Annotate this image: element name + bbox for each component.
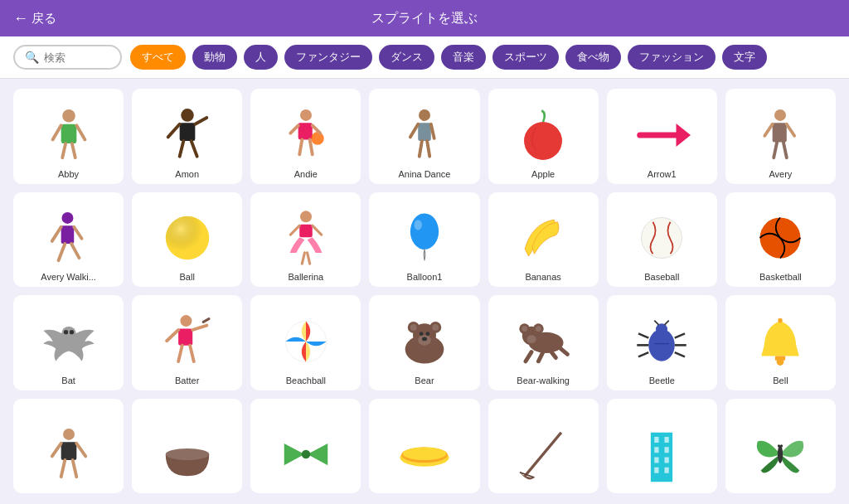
svg-point-124 <box>780 444 783 447</box>
sprite-card-amon[interactable]: Amon <box>132 89 242 184</box>
svg-rect-13 <box>298 123 313 139</box>
sprite-card-ball[interactable]: Ball <box>132 192 242 288</box>
svg-rect-60 <box>201 317 211 323</box>
sprite-label-bat: Bat <box>61 376 75 385</box>
svg-point-68 <box>410 324 417 331</box>
sprite-image-abby <box>40 106 98 164</box>
sprite-label-avery: Avery <box>769 169 792 179</box>
svg-point-80 <box>527 335 536 343</box>
search-box[interactable]: 🔍 <box>13 45 122 70</box>
svg-rect-121 <box>665 468 669 473</box>
svg-rect-117 <box>665 447 669 453</box>
sprite-card-apple[interactable]: Apple <box>488 89 599 184</box>
filter-btn-music[interactable]: 音楽 <box>441 45 486 70</box>
svg-line-47 <box>302 253 304 264</box>
back-button[interactable]: ← 戻る <box>13 10 56 27</box>
sprite-label-ball: Ball <box>180 272 195 282</box>
svg-line-104 <box>72 460 76 477</box>
sprite-card-avery-walking[interactable]: Avery Walki... <box>13 192 124 288</box>
sprite-label-bear: Bear <box>415 376 434 385</box>
svg-point-73 <box>422 337 427 341</box>
svg-line-5 <box>71 143 75 158</box>
filter-btn-all[interactable]: すべて <box>130 45 186 70</box>
sprite-card-bowl[interactable] <box>132 399 242 494</box>
filter-btn-food[interactable]: 食べ物 <box>565 45 621 70</box>
svg-line-37 <box>51 227 61 241</box>
sprite-card-andie[interactable]: Andie <box>250 89 361 184</box>
sprite-card-bowtie[interactable] <box>250 399 361 494</box>
svg-point-14 <box>311 132 324 145</box>
sprite-image-bear <box>395 313 454 371</box>
svg-line-34 <box>784 142 787 158</box>
sprite-image-arrow1 <box>633 106 691 164</box>
svg-line-10 <box>179 141 183 157</box>
sprite-card-bell[interactable]: Bell <box>725 295 836 390</box>
sprite-image-batter <box>158 313 216 371</box>
sprite-card-building[interactable] <box>607 399 717 494</box>
sprite-image-andie <box>277 106 335 164</box>
sprite-image-amon <box>158 106 216 164</box>
svg-line-58 <box>167 330 178 341</box>
svg-point-35 <box>61 212 73 224</box>
svg-line-8 <box>167 124 179 137</box>
filter-btn-dance[interactable]: ダンス <box>379 45 434 70</box>
sprite-card-baseball[interactable]: Baseball <box>607 192 717 288</box>
sprite-card-anina-dance[interactable]: Anina Dance <box>369 89 479 184</box>
svg-rect-115 <box>665 437 669 443</box>
sprite-card-basketball[interactable]: Basketball <box>725 192 836 288</box>
sprite-image-bread <box>395 425 454 483</box>
filter-btn-fashion[interactable]: ファッション <box>628 45 716 70</box>
sprite-image-balloon1 <box>395 209 454 267</box>
sprite-card-bear[interactable]: Bear <box>369 295 479 390</box>
sprite-image-bat <box>40 313 98 371</box>
sprite-card-beachball[interactable]: Beachball <box>250 295 361 390</box>
filter-btn-letters[interactable]: 文字 <box>722 45 767 70</box>
sprite-card-batter[interactable]: Batter <box>132 295 242 390</box>
svg-point-108 <box>302 450 311 459</box>
filter-btn-people[interactable]: 人 <box>244 45 278 70</box>
svg-point-43 <box>300 211 312 222</box>
sprite-image-beachball <box>277 313 335 371</box>
sprite-card-bat[interactable]: Bat <box>13 295 124 390</box>
sprite-card-bananas[interactable]: Bananas <box>488 192 599 288</box>
sprite-card-avery[interactable]: Avery <box>725 89 836 184</box>
sprite-label-baseball: Baseball <box>644 272 679 282</box>
svg-point-79 <box>536 326 541 332</box>
sprite-card-bread[interactable] <box>369 399 479 494</box>
sprite-label-beachball: Beachball <box>286 376 326 385</box>
sprite-label-balloon1: Balloon1 <box>407 272 443 282</box>
sprite-card-beetle[interactable]: Beetle <box>607 295 717 390</box>
sprite-label-andie: Andie <box>294 169 318 179</box>
filter-btn-sports[interactable]: スポーツ <box>492 45 559 70</box>
sprite-card-abby[interactable]: Abby <box>13 89 124 184</box>
sprite-card-butterfly[interactable] <box>725 399 836 494</box>
sprite-card-ballerina[interactable]: Ballerina <box>250 192 361 288</box>
svg-rect-36 <box>61 225 74 244</box>
sprite-image-bell <box>751 313 809 371</box>
sprite-image-ballerina <box>277 209 335 267</box>
svg-point-69 <box>432 324 439 331</box>
filter-bar: 🔍 すべて動物人ファンタジーダンス音楽スポーツ食べ物ファッション文字 <box>0 36 849 79</box>
sprite-label-abby: Abby <box>58 169 79 179</box>
filter-btn-animals[interactable]: 動物 <box>192 45 237 70</box>
sprite-card-broom[interactable] <box>488 399 599 494</box>
svg-line-24 <box>427 141 429 157</box>
sprite-image-ball <box>158 209 216 267</box>
svg-rect-116 <box>655 447 659 453</box>
svg-line-86 <box>638 333 648 337</box>
sprite-card-person1[interactable] <box>13 399 124 494</box>
filter-btn-fantasy[interactable]: ファンタジー <box>284 45 372 70</box>
svg-point-92 <box>656 323 667 335</box>
svg-line-112 <box>525 433 561 477</box>
sprite-image-anina-dance <box>395 106 454 164</box>
sprite-card-arrow1[interactable]: Arrow1 <box>607 89 717 184</box>
svg-rect-118 <box>655 458 659 463</box>
sprite-label-arrow1: Arrow1 <box>648 169 677 179</box>
search-input[interactable] <box>44 51 110 64</box>
svg-rect-57 <box>178 328 192 345</box>
svg-line-84 <box>560 348 567 354</box>
svg-line-9 <box>195 118 206 124</box>
sprite-card-bear-walking[interactable]: Bear-walking <box>488 295 599 390</box>
svg-line-23 <box>420 141 422 157</box>
sprite-card-balloon1[interactable]: Balloon1 <box>369 192 479 288</box>
